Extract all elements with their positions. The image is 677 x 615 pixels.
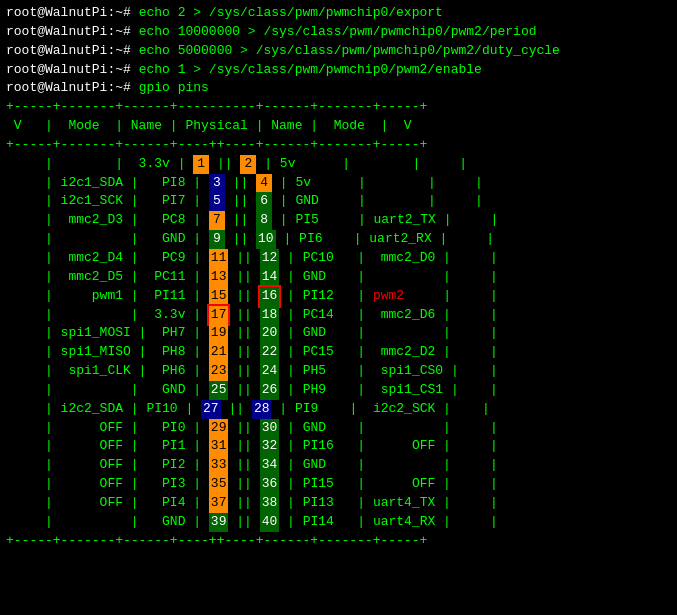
separator-top: +-----+-------+------+----------+------+… [6, 98, 671, 117]
gpio-row-15: | OFF | PI0 | 29 || 30 | GND | | | [6, 419, 671, 438]
gpio-row-2: | i2c1_SDA | PI8 | 3 || 4 | 5v | | | [6, 174, 671, 193]
gpio-row-17: | OFF | PI2 | 33 || 34 | GND | | | [6, 456, 671, 475]
gpio-row-19: | OFF | PI4 | 37 || 38 | PI13 | uart4_TX… [6, 494, 671, 513]
cmd-5: root@WalnutPi:~# gpio pins [6, 79, 671, 98]
gpio-row-9: | | 3.3v | 17 || 18 | PC14 | mmc2_D6 | | [6, 306, 671, 325]
cmd-2: root@WalnutPi:~# echo 10000000 > /sys/cl… [6, 23, 671, 42]
gpio-row-14: | i2c2_SDA | PI10 | 27 || 28 | PI9 | i2c… [6, 400, 671, 419]
gpio-row-10: | spi1_MOSI | PH7 | 19 || 20 | GND | | | [6, 324, 671, 343]
gpio-row-1: | | 3.3v | 1 || 2 | 5v | | | [6, 155, 671, 174]
gpio-row-8: | pwm1 | PI11 | 15 || 16 | PI12 | pwm2 |… [6, 287, 671, 306]
gpio-row-4: | mmc2_D3 | PC8 | 7 || 8 | PI5 | uart2_T… [6, 211, 671, 230]
separator-mid: +-----+-------+------+----++----+------+… [6, 136, 671, 155]
gpio-row-16: | OFF | PI1 | 31 || 32 | PI16 | OFF | | [6, 437, 671, 456]
gpio-row-20: | | GND | 39 || 40 | PI14 | uart4_RX | | [6, 513, 671, 532]
gpio-table: +-----+-------+------+----------+------+… [6, 98, 671, 550]
gpio-row-7: | mmc2_D5 | PC11 | 13 || 14 | GND | | | [6, 268, 671, 287]
cmd-1: root@WalnutPi:~# echo 2 > /sys/class/pwm… [6, 4, 671, 23]
gpio-row-18: | OFF | PI3 | 35 || 36 | PI15 | OFF | | [6, 475, 671, 494]
cmd-3: root@WalnutPi:~# echo 5000000 > /sys/cla… [6, 42, 671, 61]
gpio-row-5: | | GND | 9 || 10 | PI6 | uart2_RX | | [6, 230, 671, 249]
separator-bottom: +-----+-------+------+----++----+------+… [6, 532, 671, 551]
gpio-row-13: | | GND | 25 || 26 | PH9 | spi1_CS1 | | [6, 381, 671, 400]
terminal: root@WalnutPi:~# echo 2 > /sys/class/pwm… [0, 0, 677, 615]
gpio-row-6: | mmc2_D4 | PC9 | 11 || 12 | PC10 | mmc2… [6, 249, 671, 268]
cmd-4: root@WalnutPi:~# echo 1 > /sys/class/pwm… [6, 61, 671, 80]
gpio-row-11: | spi1_MISO | PH8 | 21 || 22 | PC15 | mm… [6, 343, 671, 362]
header-row: V | Mode | Name | Physical | Name | Mode… [6, 117, 671, 136]
gpio-row-12: | spi1_CLK | PH6 | 23 || 24 | PH5 | spi1… [6, 362, 671, 381]
gpio-row-3: | i2c1_SCK | PI7 | 5 || 6 | GND | | | [6, 192, 671, 211]
